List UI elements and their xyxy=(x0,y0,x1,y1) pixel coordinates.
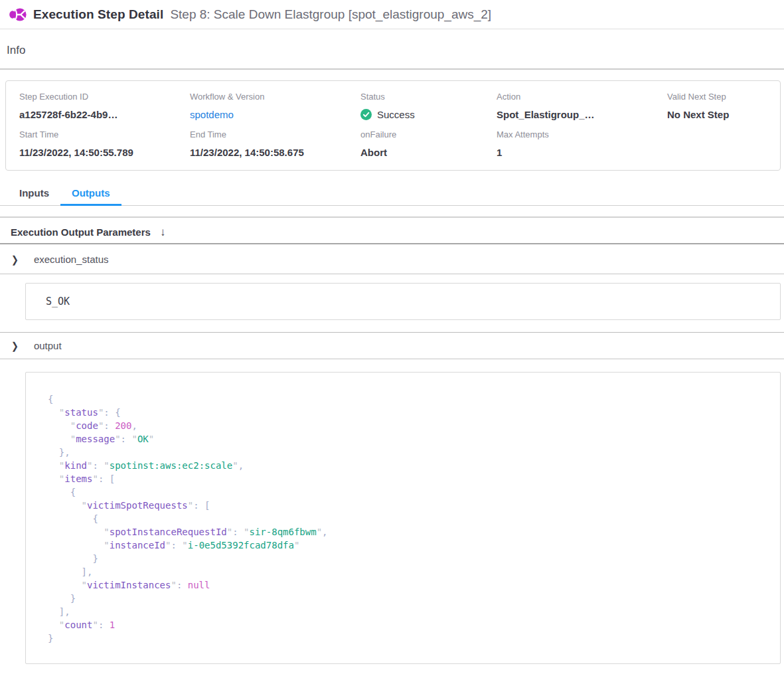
info-section-heading: Info xyxy=(7,42,784,58)
step-info-card: Step Execution ID a125728f-6b22-4b9… Wor… xyxy=(5,80,781,171)
download-arrow-icon[interactable]: ↓ xyxy=(160,226,166,238)
field-value: Abort xyxy=(360,147,497,158)
execution-status-value: S_OK xyxy=(46,296,70,307)
page-title: Execution Step Detail xyxy=(33,7,163,22)
tab-outputs[interactable]: Outputs xyxy=(60,183,121,206)
field-start-time: Start Time 11/23/2022, 14:50:55.789 xyxy=(19,129,190,158)
field-value: Spot_Elastigroup_… xyxy=(497,109,667,120)
field-value: No Next Step xyxy=(667,109,780,120)
field-label: Valid Next Step xyxy=(667,92,780,102)
chevron-right-icon[interactable]: ❯ xyxy=(11,340,19,351)
field-label: Max Attempts xyxy=(497,129,667,139)
check-circle-icon xyxy=(360,109,372,120)
page-header: Execution Step Detail Step 8: Scale Down… xyxy=(0,0,784,29)
field-label: onFailure xyxy=(360,129,497,139)
output-parameters-title: Execution Output Parameters xyxy=(11,226,151,238)
page-subtitle: Step 8: Scale Down Elastgroup [spot_elas… xyxy=(170,7,491,22)
output-json-code: { "status": { "code": 200, "message": "O… xyxy=(26,373,780,663)
field-value: 1 xyxy=(497,147,667,158)
param-row-output[interactable]: ❯ output xyxy=(0,333,784,359)
param-row-execution-status[interactable]: ❯ execution_status xyxy=(0,244,784,274)
field-label: Action xyxy=(497,92,667,102)
field-empty xyxy=(667,129,780,158)
field-value: 11/23/2022, 14:50:58.675 xyxy=(190,147,360,158)
workflow-link[interactable]: spotdemo xyxy=(190,109,360,120)
field-onfailure: onFailure Abort xyxy=(360,129,497,158)
param-name: execution_status xyxy=(34,254,109,265)
field-label: Start Time xyxy=(19,129,190,139)
field-label: End Time xyxy=(190,129,360,139)
field-max-attempts: Max Attempts 1 xyxy=(497,129,667,158)
field-workflow-version: Workflow & Version spotdemo xyxy=(190,92,360,120)
execution-status-value-box: S_OK xyxy=(25,283,781,320)
field-step-execution-id: Step Execution ID a125728f-6b22-4b9… xyxy=(19,92,190,120)
resolve-actions-logo-icon xyxy=(9,6,27,23)
output-json-box: { "status": { "code": 200, "message": "O… xyxy=(25,372,781,664)
tab-inputs[interactable]: Inputs xyxy=(8,183,60,206)
field-status: Status Success xyxy=(360,92,497,120)
field-label: Status xyxy=(360,92,497,102)
field-label: Step Execution ID xyxy=(19,92,190,102)
field-valid-next-step: Valid Next Step No Next Step xyxy=(667,92,780,120)
info-divider xyxy=(0,68,784,70)
param-name: output xyxy=(34,340,62,351)
field-end-time: End Time 11/23/2022, 14:50:58.675 xyxy=(190,129,360,158)
field-action: Action Spot_Elastigroup_… xyxy=(497,92,667,120)
status-badge: Success xyxy=(377,109,415,120)
field-value: a125728f-6b22-4b9… xyxy=(19,109,190,120)
tab-section-divider xyxy=(0,216,784,218)
field-value: 11/23/2022, 14:50:55.789 xyxy=(19,147,190,158)
inputs-outputs-tabbar: Inputs Outputs xyxy=(0,183,784,206)
chevron-right-icon[interactable]: ❯ xyxy=(11,253,19,264)
field-label: Workflow & Version xyxy=(190,92,360,102)
